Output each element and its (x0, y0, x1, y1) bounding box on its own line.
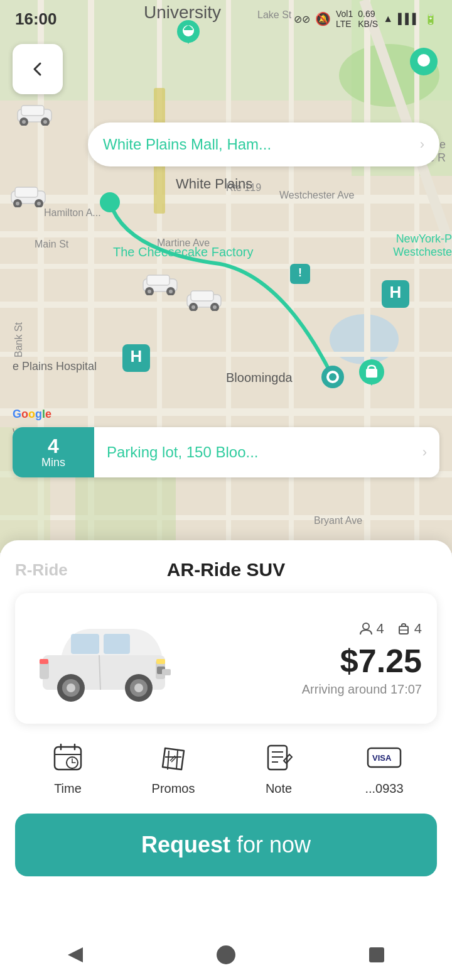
svg-rect-59 (191, 291, 213, 301)
car-price: $7.25 (340, 645, 422, 677)
note-label: Note (266, 781, 292, 796)
svg-point-57 (169, 290, 173, 293)
back-button[interactable] (13, 44, 63, 94)
destination-text: Parking lot, 150 Bloo... (94, 444, 422, 461)
svg-point-51 (37, 202, 41, 205)
svg-text:!: ! (298, 266, 302, 279)
nav-home-button[interactable] (207, 939, 245, 971)
car-meta: 4 4 (359, 621, 422, 637)
bryant-ave-label: Bryant Ave (314, 515, 362, 526)
promos-action[interactable]: Promos (151, 739, 195, 796)
svg-rect-41 (21, 106, 44, 116)
svg-point-49 (16, 202, 19, 205)
newyork-label: NewYork-PWestcheste (393, 232, 452, 259)
speed-label: 0.69KB/S (358, 9, 378, 29)
svg-point-76 (67, 683, 75, 692)
hamilton-ave-label: Hamilton A... (44, 207, 101, 219)
svg-rect-47 (15, 187, 38, 197)
status-bar: 16:00 ⊘⊘ 🔕 Vol1LTE 0.69KB/S ▲ ▌▌▌ 🔋 (0, 0, 452, 38)
promos-icon (151, 739, 195, 776)
svg-text:H: H (131, 347, 143, 366)
svg-point-61 (191, 305, 195, 309)
pickup-text: White Plains Mall, Ham... (103, 136, 420, 153)
note-action[interactable]: Note (257, 739, 301, 796)
status-time: 16:00 (15, 9, 57, 29)
sheet-header: R-Ride AR-Ride SUV (15, 540, 437, 593)
svg-point-79 (134, 683, 143, 692)
nav-back-button[interactable] (56, 939, 94, 971)
svg-point-45 (43, 120, 47, 124)
map-car-2 (6, 182, 50, 210)
eta-box: 4 Mins (13, 427, 94, 477)
sheet-title: AR-Ride SUV (167, 559, 285, 580)
request-bold-text: Request (141, 832, 230, 858)
request-button[interactable]: Request for now (15, 814, 437, 876)
car-card: 4 4 $7.25 Arriving around 17:07 (15, 593, 437, 724)
destination-bar[interactable]: 4 Mins Parking lot, 150 Bloo... › (13, 427, 439, 477)
voicemail-icon: ⊘⊘ (294, 13, 310, 25)
svg-point-33 (417, 54, 430, 67)
note-icon (257, 739, 301, 776)
svg-point-55 (148, 290, 151, 293)
svg-point-63 (213, 305, 217, 309)
main-st-label: Main St (35, 239, 68, 250)
map-car-4 (182, 286, 226, 313)
request-light-text: for now (237, 832, 311, 858)
map-car-3 (138, 270, 182, 298)
bottom-sheet: R-Ride AR-Ride SUV (0, 540, 452, 980)
svg-rect-53 (147, 275, 170, 285)
promos-label: Promos (152, 781, 195, 796)
svg-point-100 (217, 945, 235, 964)
network-label: Vol1LTE (336, 9, 353, 29)
bloomingdale-label: Bloomingda (226, 371, 293, 385)
svg-rect-71 (156, 659, 165, 664)
destination-arrow: › (422, 444, 439, 460)
white-plains-label: White Plains (176, 176, 252, 192)
svg-marker-99 (68, 947, 83, 962)
time-icon (46, 739, 90, 776)
map-container: H H (0, 0, 452, 553)
svg-rect-81 (162, 669, 171, 675)
luggage-count: 4 (397, 621, 422, 637)
actions-row: Time Promos (15, 739, 437, 796)
car-image (30, 608, 181, 709)
svg-text:H: H (390, 283, 402, 302)
wifi-icon: ▲ (383, 13, 393, 24)
mute-icon: 🔕 (315, 11, 331, 26)
eta-mins-label: Mins (41, 456, 65, 469)
google-logo: Google (13, 408, 51, 421)
pickup-arrow: › (420, 136, 424, 153)
svg-rect-67 (71, 634, 99, 654)
bank-st-label: Bank St (13, 322, 24, 357)
pickup-bar[interactable]: White Plains Mall, Ham... › (88, 122, 439, 166)
signal-icon: ▌▌▌ (398, 13, 419, 24)
time-action[interactable]: Time (46, 739, 90, 796)
car-arrival: Arriving around 17:07 (302, 682, 422, 697)
nav-recents-button[interactable] (358, 939, 396, 971)
eta-minutes: 4 (48, 436, 59, 456)
svg-text:VISA: VISA (372, 753, 392, 763)
passenger-count: 4 (359, 621, 384, 637)
westchester-ave-label: Westchester Ave (279, 190, 354, 201)
battery-icon: 🔋 (424, 13, 437, 25)
cheesecake-factory-label: The Cheesecake Factory (113, 245, 253, 259)
route-waypoint-pin: ! (289, 263, 311, 293)
map-car-1 (13, 101, 56, 128)
svg-rect-39 (366, 369, 377, 378)
svg-point-82 (363, 623, 369, 629)
plains-hospital-label: e Plains Hospital (13, 360, 97, 373)
visa-icon: VISA (362, 739, 406, 776)
svg-rect-68 (104, 634, 130, 654)
status-icons: ⊘⊘ 🔕 Vol1LTE 0.69KB/S ▲ ▌▌▌ 🔋 (294, 9, 437, 29)
nav-bar (0, 930, 452, 980)
time-label: Time (54, 781, 82, 796)
destination-pin (408, 44, 439, 84)
payment-action[interactable]: VISA ...0933 (362, 739, 406, 796)
svg-rect-73 (40, 659, 48, 664)
shopping-pin (358, 358, 385, 393)
svg-rect-101 (369, 947, 384, 962)
brand-left: R-Ride (15, 560, 68, 580)
car-info: 4 4 $7.25 Arriving around 17:07 (193, 621, 422, 697)
svg-point-43 (22, 120, 26, 124)
payment-label: ...0933 (365, 781, 403, 796)
